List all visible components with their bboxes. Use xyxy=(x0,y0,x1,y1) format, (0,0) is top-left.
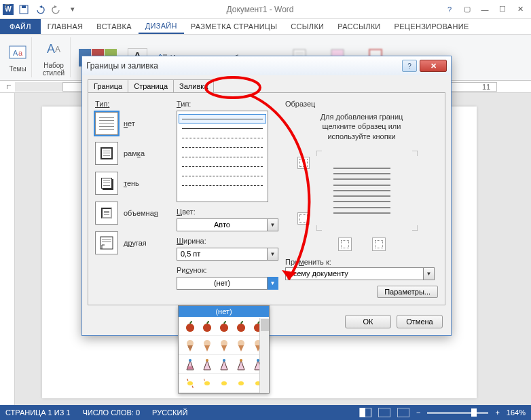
edge-top-button[interactable] xyxy=(297,157,310,169)
page-indicator[interactable]: СТРАНИЦА 1 ИЗ 1 xyxy=(5,408,71,417)
language-indicator[interactable]: РУССКИЙ xyxy=(152,408,187,417)
setting-column: Тип: нет рамка тень объемная другая xyxy=(95,100,170,298)
svg-point-10 xyxy=(186,324,194,332)
setting-none-icon xyxy=(95,112,118,135)
style-column: Тип: Цвет: Авто ▼ Ширина: 0,5 пт ▼ xyxy=(177,100,278,298)
preview-label: Образец xyxy=(285,100,438,108)
apply-value: всему документу xyxy=(285,267,424,280)
edge-right-button[interactable] xyxy=(372,237,386,251)
svg-point-16 xyxy=(237,324,245,332)
dialog-title: Границы и заливка xyxy=(86,61,402,71)
tab-mailings[interactable]: РАССЫЛКИ xyxy=(331,19,387,34)
apply-select[interactable]: всему документу ▼ xyxy=(285,267,435,280)
ribbon-display-icon[interactable]: ▢ xyxy=(459,3,475,16)
tab-fill-label: Заливка xyxy=(179,82,208,90)
tab-border-label: Граница xyxy=(94,82,122,90)
art-dropdown-list[interactable]: (нет) xyxy=(178,305,270,394)
zoom-in-icon[interactable]: + xyxy=(495,408,499,417)
art-option-none[interactable]: (нет) xyxy=(179,306,269,317)
svg-point-31 xyxy=(221,381,227,385)
corner-tr-icon xyxy=(412,151,418,156)
close-icon[interactable]: ✕ xyxy=(512,3,528,16)
save-icon[interactable] xyxy=(18,3,30,16)
chevron-down-icon: ▼ xyxy=(424,267,435,280)
redo-icon[interactable] xyxy=(50,3,62,16)
minimize-icon[interactable]: — xyxy=(477,3,493,16)
art-option-candy[interactable] xyxy=(179,374,269,393)
help-icon[interactable]: ? xyxy=(441,3,458,16)
width-label: Ширина: xyxy=(177,237,278,245)
view-web-icon[interactable] xyxy=(397,408,409,417)
preview-hint: Для добавления границ щелкните образец и… xyxy=(285,112,438,141)
width-select[interactable]: 0,5 пт ▼ xyxy=(177,248,278,261)
tab-review[interactable]: РЕЦЕНЗИРОВАНИЕ xyxy=(388,19,476,34)
art-option-party[interactable] xyxy=(179,355,269,374)
chevron-down-icon: ▼ xyxy=(268,248,278,261)
zoom-out-icon[interactable]: − xyxy=(416,408,420,417)
scrollbar[interactable] xyxy=(259,318,269,393)
tab-file[interactable]: ФАЙЛ xyxy=(0,19,41,34)
art-option-apples[interactable] xyxy=(179,317,269,336)
setting-3d[interactable]: объемная xyxy=(95,202,170,225)
svg-point-27 xyxy=(240,359,242,362)
art-option-cones[interactable] xyxy=(179,336,269,355)
edge-left-button[interactable] xyxy=(338,237,352,251)
chevron-down-icon: ▼ xyxy=(268,218,278,231)
view-read-icon[interactable] xyxy=(359,408,371,417)
undo-icon[interactable] xyxy=(34,3,46,16)
svg-point-28 xyxy=(257,359,259,362)
maximize-icon[interactable]: ☐ xyxy=(494,3,511,16)
setting-shadow-icon xyxy=(95,172,118,195)
svg-point-30 xyxy=(204,381,210,385)
setting-box-icon xyxy=(95,142,118,165)
zoom-level[interactable]: 164% xyxy=(507,408,526,417)
tab-home[interactable]: ГЛАВНАЯ xyxy=(41,19,90,34)
zoom-slider[interactable] xyxy=(427,412,488,414)
dialog-help-icon[interactable]: ? xyxy=(402,60,417,72)
setting-custom-icon xyxy=(95,231,118,254)
setting-none[interactable]: нет xyxy=(95,112,170,135)
preview-box[interactable] xyxy=(285,147,438,235)
ruler-vertical[interactable] xyxy=(0,93,15,405)
preview-page xyxy=(328,160,396,221)
ruler-tick: 11 xyxy=(482,83,490,91)
preview-hint-2: щелкните образец или xyxy=(323,122,401,130)
view-print-icon[interactable] xyxy=(378,408,390,417)
setting-shadow[interactable]: тень xyxy=(95,172,170,195)
cancel-button[interactable]: Отмена xyxy=(397,315,443,328)
svg-text:a: a xyxy=(18,49,23,57)
tab-border[interactable]: Граница xyxy=(88,79,128,92)
setting-custom[interactable]: другая xyxy=(95,231,170,254)
tab-design[interactable]: ДИЗАЙН xyxy=(139,19,184,34)
corner-br-icon xyxy=(412,225,418,231)
corner-tl-icon xyxy=(316,151,322,156)
qat-customize-icon[interactable]: ▾ xyxy=(67,3,79,16)
art-select[interactable]: (нет) ▼ xyxy=(177,277,278,290)
options-button[interactable]: Параметры... xyxy=(377,286,438,298)
tab-insert[interactable]: ВСТАВКА xyxy=(90,19,138,34)
art-label: Рисунок: xyxy=(177,266,278,274)
tab-page[interactable]: Страница xyxy=(128,79,174,92)
color-select[interactable]: Авто ▼ xyxy=(177,218,278,231)
color-value: Авто xyxy=(177,218,268,231)
dialog-close-icon[interactable]: ✕ xyxy=(420,60,447,72)
dialog-titlebar[interactable]: Границы и заливка ? ✕ xyxy=(82,56,451,75)
tab-layout[interactable]: РАЗМЕТКА СТРАНИЦЫ xyxy=(184,19,285,34)
setting-3d-label: объемная xyxy=(124,209,158,217)
statusbar: СТРАНИЦА 1 ИЗ 1 ЧИСЛО СЛОВ: 0 РУССКИЙ − … xyxy=(0,405,531,420)
edge-bottom-button[interactable] xyxy=(297,212,310,225)
word-count[interactable]: ЧИСЛО СЛОВ: 0 xyxy=(83,408,141,417)
setting-box[interactable]: рамка xyxy=(95,142,170,165)
style-set-group[interactable]: AA Набор стилей xyxy=(37,37,71,77)
ok-button[interactable]: ОК xyxy=(345,315,391,328)
preview-hint-3: используйте кнопки xyxy=(327,132,395,140)
dialog-panel: Тип: нет рамка тень объемная другая xyxy=(88,92,445,305)
corner-bl-icon xyxy=(316,225,322,231)
themes-group[interactable]: Aa Темы xyxy=(4,37,32,77)
window-title: Документ1 - Word xyxy=(79,5,441,14)
line-style-list[interactable] xyxy=(177,111,268,202)
svg-point-26 xyxy=(223,359,225,362)
tab-references[interactable]: ССЫЛКИ xyxy=(284,19,331,34)
tab-fill[interactable]: Заливка xyxy=(173,79,214,92)
art-value: (нет) xyxy=(177,277,268,290)
